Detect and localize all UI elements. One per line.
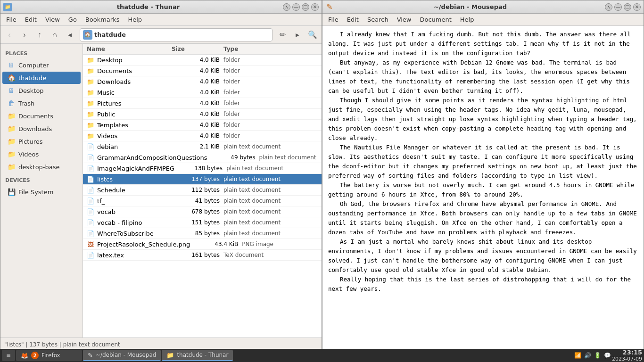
file-row[interactable]: 🖼 ProjectRasolock_Schedule.png 43.4 KiB … [83,239,322,250]
file-row[interactable]: 📁 Desktop 4.0 KiB folder [83,55,322,66]
mp-menu-document[interactable]: Document [416,15,455,24]
file-size: 678 bytes [172,208,223,215]
file-row[interactable]: 📁 Music 4.0 KiB folder [83,87,322,98]
col-size[interactable]: Size [172,46,223,52]
file-name: ProjectRasolock_Schedule.png [97,241,190,248]
text-paragraph: The Nautilus File Manager or whatever it… [328,143,638,181]
file-type: plain text document [223,187,318,193]
sidebar-item-computer[interactable]: 🖥 Computer [2,59,81,71]
folder-icon: 📁 [87,89,94,96]
location-text: thatdude [94,31,126,38]
file-row[interactable]: 📁 Templates 4.0 KiB folder [83,120,322,131]
text-icon: 📄 [87,165,94,172]
file-size: 4.0 KiB [172,111,223,117]
mp-menu-search[interactable]: Search [363,15,392,24]
location-bar[interactable]: 🏠 thatdude [80,28,272,41]
file-size: 4.0 KiB [172,100,223,107]
file-name-cell: 📄 listcs [87,175,172,183]
thunar-menu-view[interactable]: View [41,15,64,24]
file-size: 49 bytes [207,154,259,161]
file-type: plain text document [259,154,322,161]
file-row[interactable]: 📄 Schedule 112 bytes plain text document [83,185,322,196]
start-button[interactable]: ≡ [2,350,15,361]
thatdude-icon: 🏠 [7,74,16,82]
text-paragraph: The battery is worse but not overly much… [328,181,638,199]
sidebar-item-pictures[interactable]: 📁 Pictures [2,135,81,148]
sidebar-item-videos[interactable]: 📁 Videos [2,148,81,160]
thunar-maximize-btn[interactable]: ∧ [283,3,290,11]
taskbar-firefox[interactable]: 🦊 2 Firefox [16,350,82,361]
mp-menu-view[interactable]: View [393,15,415,24]
parent-button[interactable]: ↑ [33,28,47,42]
sidebar-item-downloads[interactable]: 📁 Downloads [2,123,81,135]
thunar-maximize2-btn[interactable]: □ [302,3,309,11]
mousepad-maximize2-btn[interactable]: □ [624,3,631,11]
mp-menu-help[interactable]: Help [456,15,478,24]
file-name: Templates [97,122,128,129]
mp-menu-edit[interactable]: Edit [343,15,363,24]
file-row[interactable]: 📄 ImageMagickAndFFMPEG 138 bytes plain t… [83,163,322,174]
taskbar: ≡ 🦊 2 Firefox ✎ ~/debian - Mousepad 📁 th… [0,349,644,362]
file-row[interactable]: 📄 listcs 137 bytes plain text document [83,174,322,185]
text-paragraph: But anyway, as my experience with Debian… [328,58,638,96]
computer-icon: 🖥 [7,61,16,69]
thunar-menu-help[interactable]: Help [124,15,146,24]
file-row[interactable]: 📄 WhereToSubscribe 85 bytes plain text d… [83,228,322,239]
thunar-minimize-btn[interactable]: — [292,3,300,11]
file-type: folder [223,111,318,117]
mousepad-app-icon: ✎ [325,3,334,11]
mp-menu-file[interactable]: File [324,15,342,24]
thunar-win-controls: ∧ — □ ✕ [283,3,319,11]
taskbar-sys-icons: 📶 🔊 🔋 💬 [574,352,611,359]
file-name: Public [97,111,115,118]
mousepad-close-btn[interactable]: ✕ [633,3,641,11]
file-row[interactable]: 📁 Videos 4.0 KiB folder [83,131,322,141]
sidebar-item-desktop-base[interactable]: 📁 desktop-base [2,161,81,173]
file-name-cell: 📁 Public [87,110,172,118]
pictures-icon: 📁 [7,137,16,146]
trash-icon: 🗑 [7,99,16,107]
col-name[interactable]: Name [87,46,172,52]
filesystem-icon: 💾 [7,188,16,196]
taskbar-thunar[interactable]: 📁 thatdude - Thunar [162,350,233,361]
mousepad-minimize-btn[interactable]: — [614,3,622,11]
sidebar-item-filesystem[interactable]: 💾 File System [2,186,81,198]
sidebar-item-trash[interactable]: 🗑 Trash [2,97,81,109]
sidebar-item-documents[interactable]: 📁 Documents [2,110,81,122]
mousepad-titlebar: ✎ ~/debian - Mousepad ∧ — □ ✕ [322,0,644,14]
file-row[interactable]: 📁 Pictures 4.0 KiB folder [83,98,322,109]
file-row[interactable]: 📄 GrammarAndCompositionQuestions 49 byte… [83,152,322,163]
edit-location-button[interactable]: ✏ [275,28,289,42]
file-row[interactable]: 📁 Documents 4.0 KiB folder [83,66,322,76]
file-name-cell: 📁 Downloads [87,78,172,85]
file-size: 112 bytes [172,187,223,193]
thunar-menu-edit[interactable]: Edit [21,15,41,24]
thunar-toolbar: ‹ › ↑ ⌂ ◂ 🏠 thatdude ✏ ▸ 🔍 [0,26,322,44]
thunar-menu-bookmarks[interactable]: Bookmarks [82,15,124,24]
file-size: 138 bytes [174,165,226,172]
file-row[interactable]: 📄 vocab 678 bytes plain text document [83,206,322,217]
file-row[interactable]: 📁 Downloads 4.0 KiB folder [83,76,322,87]
mousepad-taskbar-icon: ✎ [88,352,93,359]
sidebar-item-desktop[interactable]: 🖥 Desktop [2,84,81,97]
file-row[interactable]: 📁 Public 4.0 KiB folder [83,109,322,120]
back-button[interactable]: ‹ [2,28,17,42]
taskbar-mousepad[interactable]: ✎ ~/debian - Mousepad [83,350,161,361]
file-row[interactable]: 📄 latex.tex 161 bytes TeX document [83,250,322,261]
file-row[interactable]: 📄 debian 2.1 KiB plain text document [83,141,322,152]
col-type[interactable]: Type [223,46,318,52]
nav-prev-button[interactable]: ◂ [63,28,77,42]
thunar-close-btn[interactable]: ✕ [311,3,319,11]
file-row[interactable]: 📄 tf_ 41 bytes plain text document [83,196,322,206]
file-row[interactable]: 📄 vocab - filipino 151 bytes plain text … [83,217,322,228]
mousepad-maximize-btn[interactable]: ∧ [605,3,612,11]
mousepad-content[interactable]: I already knew that I am fucking dumb. B… [322,26,644,351]
thunar-menu-go[interactable]: Go [65,15,81,24]
thunar-menu-file[interactable]: File [2,15,20,24]
nav-next-button[interactable]: ▸ [290,28,305,42]
search-button[interactable]: 🔍 [305,28,320,42]
forward-button[interactable]: › [17,28,32,42]
sidebar-label-computer: Computer [18,62,49,69]
sidebar-item-thatdude[interactable]: 🏠 thatdude [2,72,81,84]
home-button[interactable]: ⌂ [48,28,62,42]
